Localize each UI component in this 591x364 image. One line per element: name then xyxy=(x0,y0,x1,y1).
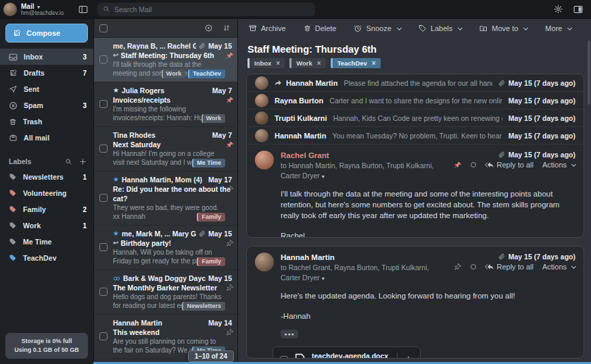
checkbox[interactable] xyxy=(99,145,108,153)
message-body: I'll talk through the data at the meetin… xyxy=(281,188,575,238)
remove-label-icon[interactable]: × xyxy=(317,59,321,67)
pin-icon[interactable] xyxy=(454,263,462,271)
sidebar-item-drafts[interactable]: Drafts 7 xyxy=(0,65,93,81)
sender-name: Rachel Grant xyxy=(281,151,448,161)
paperclip-icon xyxy=(199,230,206,237)
checkbox[interactable] xyxy=(99,100,108,108)
checkbox[interactable] xyxy=(99,243,108,251)
compose-button[interactable]: Compose xyxy=(5,24,88,43)
storage-indicator: Storage is 0% full Using 0.1 GB of 50 GB xyxy=(5,333,88,359)
chip-work[interactable]: Work× xyxy=(289,58,325,68)
settings-gear-icon[interactable] xyxy=(554,5,563,14)
checkbox[interactable] xyxy=(99,55,108,63)
pin-icon[interactable] xyxy=(227,186,234,193)
collapsed-message[interactable]: Hannah Martin Please find attached the a… xyxy=(247,74,584,92)
list-item[interactable]: me, Rayna B, ... Rachel G (6) May 15 ↩St… xyxy=(94,38,237,82)
delete-button[interactable]: Delete xyxy=(304,24,337,32)
chip-inbox[interactable]: Inbox× xyxy=(247,58,285,68)
sidebar-item-all-mail[interactable]: All mail xyxy=(0,130,93,146)
snooze-button[interactable]: Snooze xyxy=(354,24,400,32)
list-item[interactable]: Bark & Wag Doggy Daycare May 15 The Mont… xyxy=(94,270,237,315)
reading-pane-icon[interactable] xyxy=(573,5,583,14)
recipients-line[interactable]: to Rachel Grant, Rayna Burton, Trupti Ku… xyxy=(281,263,448,284)
reply-to-all-button[interactable]: Reply to all xyxy=(485,263,534,271)
snooze-clock-icon xyxy=(354,24,362,32)
pin-icon[interactable] xyxy=(227,329,234,336)
account-info[interactable]: Mail ▾ hm@teachdev.io xyxy=(21,2,74,16)
sidebar-label-work[interactable]: Work 1 xyxy=(0,217,93,234)
add-label-icon[interactable] xyxy=(79,158,87,165)
checkbox[interactable] xyxy=(99,194,108,202)
expanded-message: Hannah Martin to Rachel Grant, Rayna Bur… xyxy=(247,246,584,359)
pin-icon[interactable] xyxy=(227,141,234,149)
sidebar-item-spam[interactable]: Spam 3 xyxy=(0,97,93,113)
checkbox[interactable] xyxy=(99,332,108,340)
pin-icon[interactable] xyxy=(227,284,234,292)
chevron-down-icon: ▾ xyxy=(322,276,325,282)
account-area[interactable]: Mail ▾ hm@teachdev.io xyxy=(0,2,93,16)
pin-icon[interactable] xyxy=(227,240,234,247)
sort-icon[interactable] xyxy=(222,24,231,32)
sidebar-label-newsletters[interactable]: Newsletters 1 xyxy=(0,169,93,185)
search-bar[interactable] xyxy=(97,3,315,16)
remove-label-icon[interactable]: × xyxy=(372,59,376,67)
remove-label-icon[interactable]: × xyxy=(276,59,280,67)
pin-icon[interactable] xyxy=(227,52,234,59)
attachment-checkbox[interactable] xyxy=(280,356,288,359)
labels-button[interactable]: Labels xyxy=(419,24,462,32)
attachment-card[interactable]: teachdev-agenda.docx 43 KB xyxy=(273,346,421,359)
sidebar-label-teachdev[interactable]: TeachDev xyxy=(0,250,93,266)
pin-icon[interactable] xyxy=(454,161,462,169)
more-button[interactable]: More xyxy=(545,24,571,32)
recipients-line[interactable]: to Hannah Martin, Rayna Burton, Trupti K… xyxy=(281,161,448,182)
star-icon[interactable]: ★ xyxy=(113,87,119,94)
sidebar-item-sent[interactable]: Sent xyxy=(0,81,93,97)
sidebar-item-trash[interactable]: Trash xyxy=(0,113,93,130)
show-quoted-text-button[interactable]: ●●● xyxy=(281,330,298,338)
sidebar-label-volunteering[interactable]: Volunteering xyxy=(0,185,93,201)
paperclip-icon xyxy=(498,80,505,86)
message-body: Here's the updated agenda. Looking forwa… xyxy=(281,290,575,321)
star-icon[interactable]: ★ xyxy=(113,176,119,183)
list-item[interactable]: Tina Rhodes May 7 Next Saturday Hi Hanna… xyxy=(94,127,237,172)
read-status-icon[interactable] xyxy=(471,162,476,167)
chevron-down-icon xyxy=(458,25,463,30)
collapsed-message[interactable]: Hannah Martin You mean Tuesday? No probl… xyxy=(247,127,584,145)
unread-count: 3 xyxy=(82,53,87,61)
sidebar-item-inbox[interactable]: Inbox 3 xyxy=(0,49,93,65)
label-search-icon[interactable] xyxy=(65,158,72,165)
replied-icon: ↩ xyxy=(113,52,118,59)
reply-to-all-button[interactable]: Reply to all xyxy=(485,161,534,169)
collapsed-message[interactable]: Trupti Kulkarni Hannah, Kids Can Code ar… xyxy=(247,109,584,127)
read-status-icon[interactable] xyxy=(471,264,476,269)
pending-filter-icon[interactable] xyxy=(204,24,213,32)
star-icon[interactable]: ★ xyxy=(113,230,119,237)
pin-icon[interactable] xyxy=(227,97,234,104)
collapsed-message[interactable]: Rayna Burton Carter and I want to share … xyxy=(247,92,584,109)
move-to-button[interactable]: Move to xyxy=(479,24,527,32)
search-input[interactable] xyxy=(114,5,310,14)
sidebar-label-family[interactable]: Family 2 xyxy=(0,201,93,217)
sender-name: Hannah Martin xyxy=(281,253,448,263)
sidebar-toggle-icon[interactable] xyxy=(78,5,88,14)
label-chips: Work xyxy=(202,114,225,123)
select-all-checkbox[interactable] xyxy=(99,24,108,32)
archive-button[interactable]: Archive xyxy=(249,24,286,32)
actions-button[interactable]: Actions xyxy=(542,263,575,271)
archive-icon xyxy=(249,24,257,32)
list-item[interactable]: ★Hannah Martin, Mom (4) May 17 Re: Did y… xyxy=(94,172,237,226)
sidebar-label-me-time[interactable]: Me Time xyxy=(0,234,93,250)
checkbox[interactable] xyxy=(99,288,108,296)
chevron-down-icon xyxy=(397,25,402,30)
scrollbar-thumb[interactable] xyxy=(588,41,590,105)
actions-button[interactable]: Actions xyxy=(542,161,575,169)
tag-icon xyxy=(419,24,427,32)
chevron-down-icon xyxy=(571,161,576,166)
thread-pane: Archive Delete Snooze Labels Move to Mor… xyxy=(238,19,591,364)
chip-teachdev[interactable]: TeachDev× xyxy=(331,58,381,68)
main-area: Compose Inbox 3 Drafts 7 Sent Spam 3 xyxy=(0,19,591,364)
download-icon[interactable] xyxy=(404,355,413,359)
list-item[interactable]: ★me, Mark M, ... Mary G (8) May 15 ↩Birt… xyxy=(94,226,237,270)
list-item[interactable]: ★Julia Rogers May 7 Invoices/receipts I'… xyxy=(94,82,237,127)
account-avatar[interactable] xyxy=(3,3,17,16)
